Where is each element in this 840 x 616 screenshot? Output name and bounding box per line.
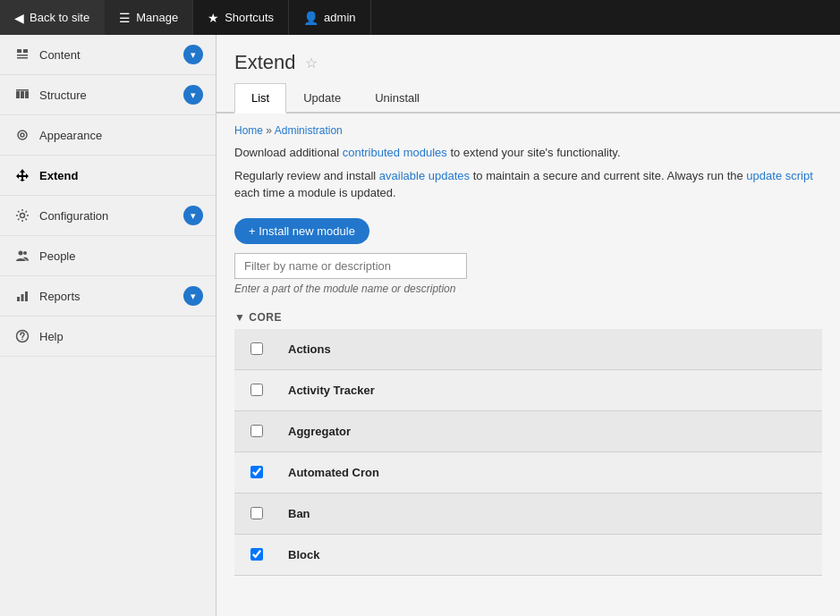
- checkbox-automated-cron[interactable]: [250, 466, 263, 478]
- contributed-modules-link[interactable]: contributed modules: [343, 146, 447, 159]
- svg-rect-14: [21, 294, 24, 301]
- module-name-activity-tracker: Activity Tracker: [279, 373, 822, 408]
- admin-icon: 👤: [303, 11, 318, 25]
- svg-rect-13: [17, 297, 20, 301]
- shortcuts-label: Shortcuts: [225, 11, 274, 24]
- module-row-automated-cron: Automated Cron: [234, 452, 822, 494]
- layout: Content ▾ Structure ▾ Appearance Extend: [0, 35, 840, 616]
- tab-update[interactable]: Update: [286, 83, 358, 114]
- tab-list[interactable]: List: [234, 83, 286, 114]
- sidebar-item-reports[interactable]: Reports ▾: [0, 276, 216, 316]
- admin-link[interactable]: 👤 admin: [289, 0, 370, 35]
- top-nav: ◀ Back to site ☰ Manage ★ Shortcuts 👤 ad…: [0, 0, 840, 35]
- filter-input[interactable]: [234, 253, 467, 279]
- appearance-icon: [13, 125, 32, 145]
- install-new-module-button[interactable]: + Install new module: [234, 218, 369, 244]
- people-icon: [13, 246, 32, 266]
- core-section-toggle[interactable]: ▼ CORE: [234, 311, 282, 324]
- sidebar-item-structure[interactable]: Structure ▾: [0, 75, 216, 115]
- module-checkbox-aggregator[interactable]: [234, 425, 279, 437]
- sidebar-item-content[interactable]: Content ▾: [0, 35, 216, 75]
- filter-hint: Enter a part of the module name or descr…: [234, 283, 822, 295]
- help-icon: [13, 326, 32, 346]
- update-script-link[interactable]: update script: [746, 169, 812, 182]
- svg-point-9: [21, 133, 24, 137]
- module-checkbox-automated-cron[interactable]: [234, 466, 279, 478]
- extend-icon: [13, 165, 32, 185]
- extend-label: Extend: [39, 169, 203, 182]
- svg-point-11: [19, 251, 23, 256]
- checkbox-actions[interactable]: [250, 342, 263, 355]
- svg-rect-7: [16, 89, 29, 91]
- checkbox-activity-tracker[interactable]: [250, 384, 263, 396]
- svg-point-12: [23, 251, 27, 255]
- module-name-ban: Ban: [279, 496, 822, 531]
- breadcrumb: Home » Administration: [234, 124, 822, 137]
- sidebar: Content ▾ Structure ▾ Appearance Extend: [0, 35, 216, 616]
- svg-rect-0: [17, 49, 21, 53]
- breadcrumb-separator: »: [266, 124, 274, 137]
- content-area: Home » Administration Download additiona…: [216, 124, 840, 576]
- configuration-icon: [13, 206, 32, 225]
- content-icon: [13, 45, 32, 64]
- page-title: Extend: [234, 51, 296, 74]
- svg-rect-2: [17, 55, 28, 56]
- checkbox-ban[interactable]: [250, 507, 263, 519]
- modules-list: Actions Activity Tracker Aggregator: [234, 329, 822, 576]
- sidebar-item-configuration[interactable]: Configuration ▾: [0, 196, 216, 236]
- bookmark-icon[interactable]: ☆: [305, 55, 318, 72]
- svg-rect-6: [25, 91, 29, 98]
- sidebar-item-help[interactable]: Help: [0, 316, 216, 357]
- checkbox-block[interactable]: [250, 548, 263, 561]
- module-checkbox-activity-tracker[interactable]: [234, 384, 279, 396]
- people-label: People: [39, 249, 203, 263]
- manage-label: Manage: [136, 11, 178, 24]
- admin-label: admin: [324, 11, 355, 24]
- module-checkbox-block[interactable]: [234, 548, 279, 561]
- shortcuts-icon: ★: [208, 11, 219, 25]
- module-row-actions: Actions: [234, 329, 822, 370]
- sidebar-item-extend[interactable]: Extend: [0, 156, 216, 196]
- back-to-site-link[interactable]: ◀ Back to site: [0, 0, 105, 35]
- module-name-actions: Actions: [279, 332, 822, 367]
- svg-rect-15: [25, 291, 28, 301]
- breadcrumb-admin[interactable]: Administration: [275, 124, 343, 137]
- back-to-site-label: Back to site: [30, 11, 89, 24]
- module-row-activity-tracker: Activity Tracker: [234, 370, 822, 411]
- svg-rect-4: [16, 91, 20, 98]
- structure-label: Structure: [39, 89, 183, 102]
- back-icon: ◀: [14, 11, 24, 25]
- sidebar-item-people[interactable]: People: [0, 236, 216, 276]
- module-row-aggregator: Aggregator: [234, 411, 822, 452]
- reports-label: Reports: [39, 290, 183, 303]
- module-checkbox-actions[interactable]: [234, 342, 279, 355]
- sidebar-item-appearance[interactable]: Appearance: [0, 115, 216, 156]
- appearance-label: Appearance: [39, 129, 203, 142]
- structure-expand-icon[interactable]: ▾: [183, 85, 203, 105]
- manage-icon: ☰: [119, 11, 131, 25]
- content-expand-icon[interactable]: ▾: [183, 45, 203, 64]
- content-label: Content: [39, 48, 183, 62]
- svg-rect-5: [21, 91, 24, 98]
- page-header: Extend ☆: [216, 35, 840, 83]
- shortcuts-link[interactable]: ★ Shortcuts: [193, 0, 289, 35]
- manage-link[interactable]: ☰ Manage: [105, 0, 193, 35]
- checkbox-aggregator[interactable]: [250, 425, 263, 437]
- available-updates-link[interactable]: available updates: [379, 169, 470, 182]
- core-section-header: ▼ CORE: [234, 306, 822, 329]
- tab-uninstall[interactable]: Uninstall: [358, 83, 437, 114]
- reports-expand-icon[interactable]: ▾: [183, 286, 203, 306]
- svg-rect-1: [23, 49, 28, 53]
- module-row-ban: Ban: [234, 494, 822, 535]
- description-2: Regularly review and install available u…: [234, 167, 822, 202]
- svg-point-17: [21, 339, 23, 341]
- breadcrumb-home[interactable]: Home: [234, 124, 263, 137]
- module-name-automated-cron: Automated Cron: [279, 455, 822, 490]
- description-1: Download additional contributed modules …: [234, 144, 822, 162]
- svg-point-10: [21, 214, 25, 218]
- module-checkbox-ban[interactable]: [234, 507, 279, 519]
- configuration-expand-icon[interactable]: ▾: [183, 206, 203, 225]
- reports-icon: [13, 286, 32, 306]
- structure-icon: [13, 85, 32, 105]
- svg-rect-3: [17, 57, 28, 59]
